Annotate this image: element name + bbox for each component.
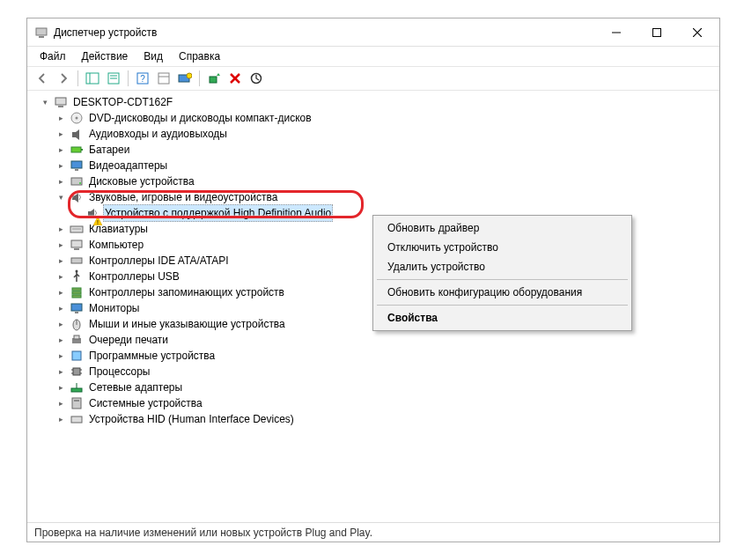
battery-icon xyxy=(70,143,84,157)
statusbar: Проверка на наличие изменений или новых … xyxy=(27,522,719,542)
svg-point-40 xyxy=(76,270,78,273)
svg-rect-29 xyxy=(75,169,78,171)
context-scan-hardware[interactable]: Обновить конфигурацию оборудования xyxy=(375,283,630,302)
chevron-down-icon[interactable]: ▾ xyxy=(55,192,66,203)
menu-help[interactable]: Справка xyxy=(172,48,227,64)
display-icon xyxy=(70,158,84,173)
chevron-right-icon[interactable]: ▸ xyxy=(55,239,66,250)
svg-rect-60 xyxy=(71,416,82,423)
svg-rect-28 xyxy=(71,161,82,168)
tree-item[interactable]: ▸Программные устройства xyxy=(55,348,711,364)
svg-rect-33 xyxy=(88,211,91,216)
svg-rect-56 xyxy=(71,388,82,392)
tree-item-label: Программные устройства xyxy=(87,348,217,364)
chevron-right-icon[interactable]: ▸ xyxy=(55,350,66,361)
scan-hardware-button[interactable] xyxy=(175,69,195,88)
chevron-right-icon[interactable]: ▸ xyxy=(55,255,66,266)
device-tree[interactable]: ▾ DESKTOP-CDT162F ▸DVD-дисководы и диско… xyxy=(27,91,719,522)
tree-item-label: Контроллеры IDE ATA/ATAPI xyxy=(87,253,231,269)
disable-button[interactable] xyxy=(247,69,266,88)
minimize-button[interactable] xyxy=(596,18,637,46)
chevron-right-icon[interactable]: ▸ xyxy=(55,303,66,313)
svg-point-24 xyxy=(76,117,78,120)
chevron-right-icon[interactable]: ▸ xyxy=(55,129,66,139)
svg-rect-38 xyxy=(74,248,79,250)
update-driver-button[interactable] xyxy=(204,69,224,88)
svg-rect-51 xyxy=(73,368,80,375)
svg-rect-22 xyxy=(58,106,63,107)
chevron-right-icon[interactable]: ▸ xyxy=(55,224,66,234)
maximize-button[interactable] xyxy=(637,18,677,46)
menu-view[interactable]: Вид xyxy=(136,48,170,64)
menu-file[interactable]: Файл xyxy=(33,48,73,64)
chevron-right-icon[interactable]: ▸ xyxy=(55,144,66,155)
tree-item[interactable]: ▸Батареи xyxy=(55,142,711,158)
svg-rect-26 xyxy=(71,147,81,152)
forward-button[interactable] xyxy=(54,69,73,88)
tree-item[interactable]: ▸Аудиовходы и аудиовыходы xyxy=(55,126,711,142)
tree-root[interactable]: ▾ DESKTOP-CDT162F xyxy=(40,94,711,110)
tree-item[interactable]: ▸Дисковые устройства xyxy=(55,173,711,189)
show-hide-button[interactable] xyxy=(83,69,102,88)
chevron-right-icon[interactable]: ▸ xyxy=(55,382,66,393)
chevron-right-icon[interactable]: ▸ xyxy=(55,366,66,377)
context-disable-device[interactable]: Отключить устройство xyxy=(375,238,630,257)
tree-item-label: Батареи xyxy=(87,142,131,158)
svg-rect-1 xyxy=(39,36,44,38)
svg-rect-25 xyxy=(72,132,76,137)
tree-item[interactable]: ▸Процессоры xyxy=(55,364,711,379)
uninstall-button[interactable] xyxy=(225,69,245,88)
tree-item-label: Сетевые адаптеры xyxy=(87,379,184,395)
tree-item-label: Мониторы xyxy=(87,300,141,316)
svg-rect-41 xyxy=(72,288,81,291)
tree-item[interactable]: ▾Звуковые, игровые и видеоустройства xyxy=(55,189,711,205)
chevron-right-icon[interactable]: ▸ xyxy=(55,271,66,282)
tree-item[interactable]: ▸DVD-дисководы и дисководы компакт-диско… xyxy=(55,110,711,126)
svg-text:!: ! xyxy=(97,219,99,225)
tree-item-label: Мыши и иные указывающие устройства xyxy=(87,316,287,332)
tree-item[interactable]: ▸Системные устройства xyxy=(55,395,711,411)
chevron-right-icon[interactable]: ▸ xyxy=(55,335,66,345)
toolbar: ? xyxy=(27,66,719,91)
menu-action[interactable]: Действие xyxy=(75,48,136,64)
close-button[interactable] xyxy=(677,18,718,46)
properties-button[interactable] xyxy=(104,69,123,88)
chevron-right-icon[interactable]: ▸ xyxy=(55,113,66,123)
help-button[interactable]: ? xyxy=(133,69,152,88)
chevron-right-icon[interactable]: ▸ xyxy=(55,160,66,171)
svg-point-31 xyxy=(79,182,81,184)
chevron-right-icon[interactable]: ▸ xyxy=(55,176,66,187)
view-mode-button[interactable] xyxy=(154,69,173,88)
svg-rect-49 xyxy=(74,335,79,339)
cpu-icon xyxy=(70,365,84,379)
tree-item[interactable]: ▸Сетевые адаптеры xyxy=(55,379,711,395)
ide-icon xyxy=(70,254,84,268)
context-update-driver[interactable]: Обновить драйвер xyxy=(375,218,630,238)
network-icon xyxy=(70,380,84,394)
hid-icon xyxy=(70,412,84,426)
tree-item[interactable]: ▸Очереди печати xyxy=(55,332,711,348)
context-delete-device[interactable]: Удалить устройство xyxy=(375,257,630,276)
menu-separator xyxy=(377,279,628,280)
audio-icon xyxy=(70,127,84,141)
system-icon xyxy=(70,396,84,410)
app-icon xyxy=(34,26,48,40)
chevron-right-icon[interactable]: ▸ xyxy=(55,287,66,298)
chevron-right-icon[interactable]: ▸ xyxy=(55,319,66,329)
chevron-right-icon[interactable]: ▸ xyxy=(55,414,66,424)
svg-rect-45 xyxy=(75,312,78,313)
tree-item-label: Аудиовходы и аудиовыходы xyxy=(87,126,229,142)
context-properties[interactable]: Свойства xyxy=(375,308,630,328)
tree-item[interactable]: ▸Видеоадаптеры xyxy=(55,158,711,173)
monitor-icon xyxy=(70,301,84,315)
mouse-icon xyxy=(70,317,84,331)
svg-rect-0 xyxy=(36,28,47,35)
back-button[interactable] xyxy=(33,69,52,88)
chevron-down-icon[interactable]: ▾ xyxy=(40,97,50,107)
tree-item-label: Очереди печати xyxy=(87,332,170,348)
computer-icon xyxy=(70,238,84,252)
svg-rect-37 xyxy=(71,240,82,247)
tree-item[interactable]: ▸Устройства HID (Human Interface Devices… xyxy=(55,411,711,427)
chevron-right-icon[interactable]: ▸ xyxy=(55,398,66,409)
tree-item-label: DVD-дисководы и дисководы компакт-дисков xyxy=(87,110,313,126)
